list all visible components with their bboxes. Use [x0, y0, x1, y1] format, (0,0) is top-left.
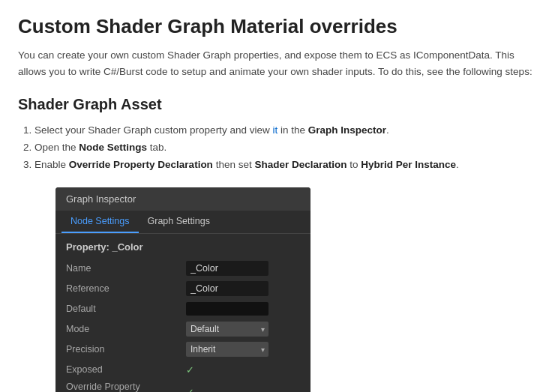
- input-default[interactable]: [186, 302, 268, 316]
- step2-bold: Node Settings: [79, 142, 147, 153]
- tab-node-settings[interactable]: Node Settings: [62, 211, 139, 233]
- checkbox-exposed[interactable]: ✓: [186, 364, 194, 376]
- select-mode[interactable]: Default: [186, 322, 268, 337]
- row-exposed: Exposed ✓: [66, 361, 300, 378]
- inspector-header: Graph Inspector: [56, 187, 310, 211]
- row-override-property: Override Property Declaration ✓: [66, 382, 300, 392]
- step-2: Open the Node Settings tab.: [34, 139, 534, 157]
- row-mode: Mode Default: [66, 321, 300, 337]
- step-1: Select your Shader Graph custom property…: [34, 122, 534, 139]
- select-mode-wrapper: Default: [186, 322, 268, 337]
- inspector-panel: Graph Inspector Node Settings Graph Sett…: [56, 187, 310, 392]
- step3-bold2: Shader Declaration: [254, 159, 346, 170]
- step1-highlight: it: [272, 124, 278, 136]
- label-reference: Reference: [66, 283, 186, 294]
- inspector-body: Property: _Color Name Reference Default …: [56, 234, 310, 392]
- inspector-tabs: Node Settings Graph Settings: [56, 211, 310, 234]
- step1-bold: Graph Inspector: [308, 124, 386, 136]
- row-reference: Reference: [66, 280, 300, 297]
- select-precision-wrapper: Inherit: [186, 342, 268, 357]
- property-title: Property: _Color: [66, 241, 300, 253]
- row-name: Name: [66, 260, 300, 277]
- select-precision[interactable]: Inherit: [186, 342, 268, 357]
- input-name[interactable]: [186, 261, 268, 276]
- tab-graph-settings[interactable]: Graph Settings: [139, 211, 219, 233]
- step-3: Enable Override Property Declaration the…: [34, 157, 534, 174]
- steps-list: Select your Shader Graph custom property…: [18, 122, 534, 174]
- label-precision: Precision: [66, 344, 186, 355]
- intro-text: You can create your own custom Shader Gr…: [18, 47, 534, 79]
- checkbox-override-property[interactable]: ✓: [186, 387, 194, 393]
- row-default: Default: [66, 301, 300, 317]
- step3-bold3: Hybrid Per Instance: [361, 159, 456, 170]
- label-override-property: Override Property Declaration: [66, 382, 186, 392]
- label-exposed: Exposed: [66, 364, 186, 375]
- label-default: Default: [66, 304, 186, 314]
- page-title: Custom Shader Graph Material overrides: [18, 15, 534, 38]
- step3-bold1: Override Property Declaration: [69, 159, 213, 170]
- label-mode: Mode: [66, 324, 186, 334]
- label-name: Name: [66, 263, 186, 274]
- section-title: Shader Graph Asset: [18, 96, 534, 113]
- row-precision: Precision Inherit: [66, 341, 300, 358]
- input-reference[interactable]: [186, 281, 268, 296]
